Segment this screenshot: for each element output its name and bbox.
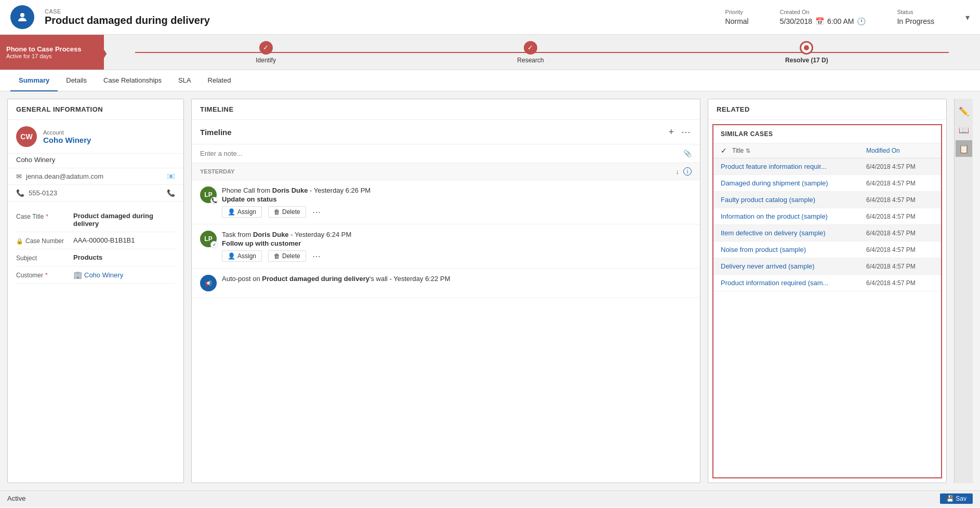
tab-details[interactable]: Details	[58, 70, 95, 91]
case-number-label-text: Case Number	[25, 237, 64, 245]
timeline-avatar-0: LP 📞	[200, 186, 217, 203]
sidebar-similar-button[interactable]: 📋	[956, 140, 972, 157]
case-title-link-4[interactable]: Item defective on delivery (sample)	[721, 229, 861, 237]
sidebar-edit-button[interactable]: ✏️	[956, 103, 972, 119]
case-title-link-7[interactable]: Product information required (sam...	[721, 279, 861, 287]
customer-name[interactable]: Coho Winery	[84, 271, 123, 279]
customer-value[interactable]: 🏢 Coho Winery	[73, 271, 175, 279]
timeline-header: Timeline + ⋯	[192, 120, 700, 144]
phone-action-icon[interactable]: 📞	[167, 189, 175, 197]
timeline-item-1: LP ✓ Task from Doris Duke - Yesterday 6:…	[192, 224, 700, 269]
case-title-required: *	[46, 213, 48, 220]
subject-row: Subject Products	[16, 249, 175, 266]
timeline-date-label: YESTERDAY	[200, 168, 234, 175]
sidebar-book-button[interactable]: 📖	[956, 122, 972, 138]
calendar-icon[interactable]: 📅	[815, 17, 824, 25]
main-content: GENERAL INFORMATION CW Account Coho Wine…	[0, 91, 980, 490]
email-action-icon[interactable]: 📧	[167, 172, 175, 180]
phone-icon: 📞	[16, 189, 24, 197]
process-active-days: Active for 17 days	[6, 53, 98, 59]
related-panel: RELATED SIMILAR CASES ✓ Title ⇅ Modified…	[708, 99, 947, 483]
sort-down-icon[interactable]: ↓	[676, 168, 680, 176]
timeline-delete-button-1[interactable]: 🗑 Delete	[268, 250, 306, 262]
case-date-4: 6/4/2018 4:57 PM	[866, 230, 934, 237]
timeline-delete-button-0[interactable]: 🗑 Delete	[268, 206, 306, 218]
timeline-panel: TIMELINE Timeline + ⋯ 📎 YESTERDAY ↓ i LP…	[191, 99, 700, 483]
case-title-link-2[interactable]: Faulty product catalog (sample)	[721, 196, 861, 204]
tab-summary[interactable]: Summary	[10, 70, 58, 91]
timeline-note-area[interactable]: 📎	[192, 144, 700, 163]
timeline-assign-button-0[interactable]: 👤 Assign	[222, 206, 262, 218]
case-title-row: Case Title * Product damaged during deli…	[16, 208, 175, 232]
priority-group: Priority Normal	[725, 9, 749, 25]
customer-label-text: Customer	[16, 272, 43, 279]
process-step-identify[interactable]: ✓ Identify	[256, 41, 276, 64]
email-row: ✉ jenna.dean@adatum.com 📧	[8, 168, 183, 185]
account-info: Account Coho Winery	[43, 129, 91, 144]
right-sidebar: ✏️ 📖 📋	[954, 99, 973, 483]
case-date-5: 6/4/2018 4:57 PM	[866, 246, 934, 253]
assign-icon-1: 👤	[228, 252, 235, 260]
general-info-title: GENERAL INFORMATION	[8, 99, 183, 120]
process-step-resolve[interactable]: Resolve (17 D)	[785, 41, 828, 64]
tab-related[interactable]: Related	[200, 70, 240, 91]
customer-label: Customer *	[16, 271, 73, 279]
check-all-icon[interactable]: ✓	[721, 146, 727, 155]
timeline-item-actions-1: 👤 Assign 🗑 Delete ⋯	[222, 250, 692, 262]
title-column-header[interactable]: Title ⇅	[732, 147, 861, 154]
case-title-link-6[interactable]: Delivery never arrived (sample)	[721, 262, 861, 270]
similar-cases-title: SIMILAR CASES	[713, 125, 941, 143]
delete-icon-0: 🗑	[274, 208, 280, 216]
account-name[interactable]: Coho Winery	[43, 136, 91, 144]
created-on-value: 5/30/2018 📅 6:00 AM 🕐	[780, 17, 866, 25]
case-title-link-5[interactable]: Noise from product (sample)	[721, 246, 861, 253]
clock-icon[interactable]: 🕐	[857, 17, 866, 25]
email-left: ✉ jenna.dean@adatum.com	[16, 172, 103, 180]
process-chevron-icon[interactable]: ❯	[95, 43, 108, 61]
case-title-link-1[interactable]: Damaged during shipment (sample)	[721, 179, 861, 187]
account-avatar: CW	[16, 126, 37, 147]
timeline-assign-button-1[interactable]: 👤 Assign	[222, 250, 262, 262]
status-text: Active	[7, 494, 25, 502]
created-time: 6:00 AM	[827, 17, 854, 25]
case-number-value: AAA-00000-B1B1B1	[73, 236, 175, 244]
subject-value[interactable]: Products	[73, 253, 175, 261]
priority-label: Priority	[725, 9, 749, 15]
delete-label-0: Delete	[282, 208, 300, 216]
date-column-header[interactable]: Modified On	[866, 147, 934, 154]
identify-circle: ✓	[259, 41, 273, 55]
info-icon[interactable]: i	[683, 167, 692, 176]
case-title-link-3[interactable]: Information on the product (sample)	[721, 212, 861, 220]
tab-bar: Summary Details Case Relationships SLA R…	[0, 70, 980, 91]
case-avatar	[10, 5, 34, 29]
svg-point-0	[20, 13, 24, 17]
created-on-label: Created On	[780, 9, 866, 15]
phone-left: 📞 555-0123	[16, 189, 57, 197]
timeline-body-0: Phone Call from Doris Duke - Yesterday 6…	[222, 186, 692, 218]
tab-sla[interactable]: SLA	[170, 70, 200, 91]
email-icon: ✉	[16, 172, 22, 180]
customer-link-icon: 🏢	[73, 271, 82, 279]
timeline-more-button[interactable]: ⋯	[680, 125, 692, 139]
resolve-circle	[800, 41, 813, 55]
assign-label-1: Assign	[237, 252, 256, 260]
process-step-research[interactable]: ✓ Research	[517, 41, 544, 64]
timeline-add-button[interactable]: +	[667, 126, 675, 139]
timeline-more-1[interactable]: ⋯	[312, 251, 321, 261]
timeline-item-actions-0: 👤 Assign 🗑 Delete ⋯	[222, 206, 692, 218]
lock-icon: 🔒	[16, 238, 23, 245]
header-chevron-icon[interactable]: ▾	[965, 12, 970, 22]
title-sort-icon: ⇅	[746, 148, 750, 154]
case-date-1: 6/4/2018 4:57 PM	[866, 180, 934, 187]
timeline-item-title-1: Task from Doris Duke - Yesterday 6:24 PM	[222, 231, 692, 238]
tab-case-relationships[interactable]: Case Relationships	[95, 70, 170, 91]
case-title-value[interactable]: Product damaged during delivery	[73, 212, 175, 228]
timeline-note-input[interactable]	[200, 150, 678, 157]
timeline-more-0[interactable]: ⋯	[312, 207, 321, 217]
case-row-3: Information on the product (sample) 6/4/…	[713, 208, 941, 225]
case-title-link-0[interactable]: Product feature information requir...	[721, 163, 861, 170]
assign-label-0: Assign	[237, 208, 256, 216]
case-date-3: 6/4/2018 4:57 PM	[866, 213, 934, 220]
save-button[interactable]: 💾 Sav	[940, 493, 973, 504]
case-date-7: 6/4/2018 4:57 PM	[866, 279, 934, 287]
